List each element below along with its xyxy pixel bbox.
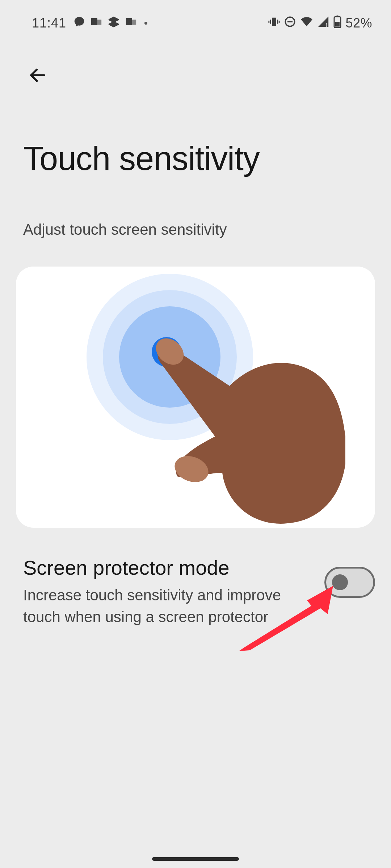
svg-rect-1	[126, 18, 132, 25]
signal-icon: !	[317, 16, 329, 31]
toggle-knob	[332, 574, 348, 590]
arrow-left-icon	[28, 65, 47, 85]
battery-icon	[333, 15, 342, 31]
setting-description: Increase touch sensitivity and improve t…	[23, 584, 298, 627]
hand-icon	[143, 321, 345, 528]
vibrate-icon	[268, 16, 280, 31]
page-title: Touch sensitivity	[23, 140, 391, 178]
status-left: 11:41	[32, 16, 147, 31]
page-subtitle: Adjust touch screen sensitivity	[23, 221, 391, 238]
svg-rect-2	[272, 17, 276, 26]
touch-illustration	[16, 267, 375, 528]
more-notifications-dot	[144, 22, 147, 25]
svg-rect-3	[270, 20, 271, 24]
app-bar	[0, 36, 391, 93]
svg-rect-0	[91, 18, 97, 25]
status-clock: 11:41	[32, 16, 66, 31]
gesture-nav-handle[interactable]	[152, 857, 239, 861]
package-icon	[108, 16, 120, 31]
wifi-icon	[300, 15, 314, 32]
setting-text: Screen protector mode Increase touch sen…	[23, 556, 314, 627]
chat-bubble-icon	[73, 16, 85, 31]
battery-percent: 52%	[345, 16, 372, 31]
do-not-disturb-icon	[284, 16, 296, 31]
svg-rect-11	[336, 15, 339, 17]
svg-rect-12	[335, 22, 340, 27]
setting-title: Screen protector mode	[23, 556, 314, 579]
outlook-icon	[90, 16, 102, 31]
outlook-icon-2	[125, 16, 137, 31]
svg-rect-5	[269, 21, 270, 23]
svg-rect-6	[279, 21, 280, 23]
svg-text:!: !	[326, 22, 328, 28]
screen-protector-mode-row[interactable]: Screen protector mode Increase touch sen…	[23, 556, 375, 627]
svg-rect-4	[277, 20, 278, 24]
screen-protector-mode-toggle[interactable]	[324, 567, 375, 598]
status-right: ! 52%	[268, 15, 372, 32]
status-bar: 11:41 ! 52%	[0, 0, 391, 36]
back-button[interactable]	[20, 58, 55, 93]
